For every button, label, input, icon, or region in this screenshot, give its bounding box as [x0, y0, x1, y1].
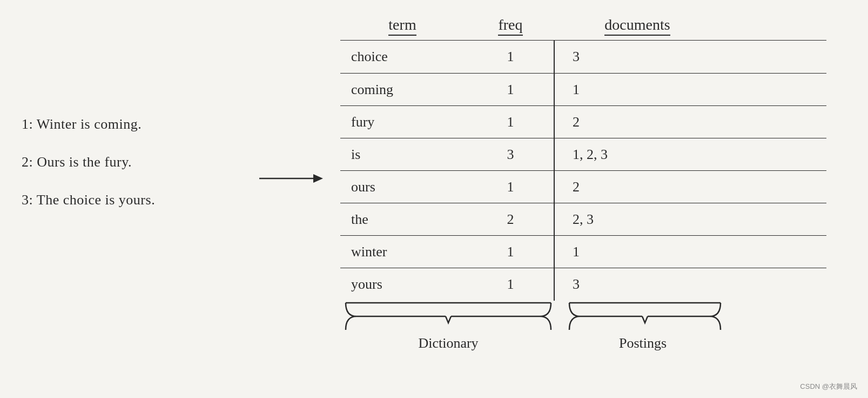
watermark: CSDN @衣舞晨风	[800, 382, 857, 392]
cell-docs: 3	[556, 276, 718, 293]
cell-term: ours	[340, 179, 465, 195]
cell-term: coming	[340, 82, 465, 98]
doc-3-text: 3: The choice is yours.	[22, 192, 155, 208]
brace-section	[340, 300, 826, 333]
cell-docs: 3	[556, 49, 718, 65]
table-row: yours 1 3	[340, 268, 826, 300]
cell-term: is	[340, 147, 465, 163]
arrow	[259, 168, 324, 191]
doc-item-3: 3: The choice is yours.	[22, 181, 155, 219]
brace-labels: Dictionary Postings	[340, 335, 826, 351]
cell-docs: 1	[556, 82, 718, 98]
freq-header-label: freq	[498, 16, 522, 36]
cell-docs: 1	[556, 244, 718, 260]
cell-freq: 1	[465, 82, 556, 98]
table-row: choice 1 3	[340, 41, 826, 73]
cell-freq: 1	[465, 276, 556, 293]
doc-item-2: 2: Ours is the fury.	[22, 143, 155, 181]
table-row: fury 1 2	[340, 105, 826, 138]
cell-freq: 1	[465, 114, 556, 130]
cell-term: fury	[340, 114, 465, 130]
documents-header-label: documents	[604, 16, 670, 36]
cell-term: winter	[340, 244, 465, 260]
vert-divider	[554, 41, 555, 73]
postings-label: Postings	[562, 335, 724, 351]
vert-divider	[554, 236, 555, 268]
postings-brace-svg	[564, 300, 726, 333]
vert-divider	[554, 171, 555, 203]
cell-freq: 1	[465, 244, 556, 260]
header-documents: documents	[556, 16, 718, 36]
table-body: choice 1 3 coming 1 1 fury 1 2 is 3 1, 2…	[340, 40, 826, 300]
doc-item-1: 1: Winter is coming.	[22, 105, 155, 143]
cell-docs: 1, 2, 3	[556, 147, 718, 163]
doc-2-text: 2: Ours is the fury.	[22, 154, 132, 170]
vert-divider	[554, 106, 555, 138]
vert-divider	[554, 268, 555, 301]
cell-freq: 1	[465, 179, 556, 195]
index-table: term freq documents choice 1 3 coming 1 …	[340, 16, 826, 351]
table-row: winter 1 1	[340, 235, 826, 268]
table-row: coming 1 1	[340, 73, 826, 105]
cell-freq: 2	[465, 211, 556, 228]
table-row: the 2 2, 3	[340, 203, 826, 235]
header-freq: freq	[465, 16, 556, 36]
cell-freq: 1	[465, 49, 556, 65]
svg-marker-1	[313, 174, 323, 183]
table-headers: term freq documents	[340, 16, 826, 36]
cell-docs: 2, 3	[556, 211, 718, 228]
term-header-label: term	[388, 16, 416, 36]
cell-docs: 2	[556, 179, 718, 195]
document-list: 1: Winter is coming. 2: Ours is the fury…	[22, 105, 155, 219]
cell-freq: 3	[465, 147, 556, 163]
cell-term: yours	[340, 276, 465, 293]
cell-term: choice	[340, 49, 465, 65]
table-row: is 3 1, 2, 3	[340, 138, 826, 170]
vert-divider	[554, 203, 555, 236]
vert-divider	[554, 74, 555, 106]
cell-docs: 2	[556, 114, 718, 130]
dictionary-brace-svg	[340, 300, 556, 333]
cell-term: the	[340, 211, 465, 228]
dictionary-label: Dictionary	[340, 335, 556, 351]
vert-divider	[554, 138, 555, 171]
doc-1-text: 1: Winter is coming.	[22, 116, 142, 132]
table-row: ours 1 2	[340, 170, 826, 203]
header-term: term	[340, 16, 465, 36]
